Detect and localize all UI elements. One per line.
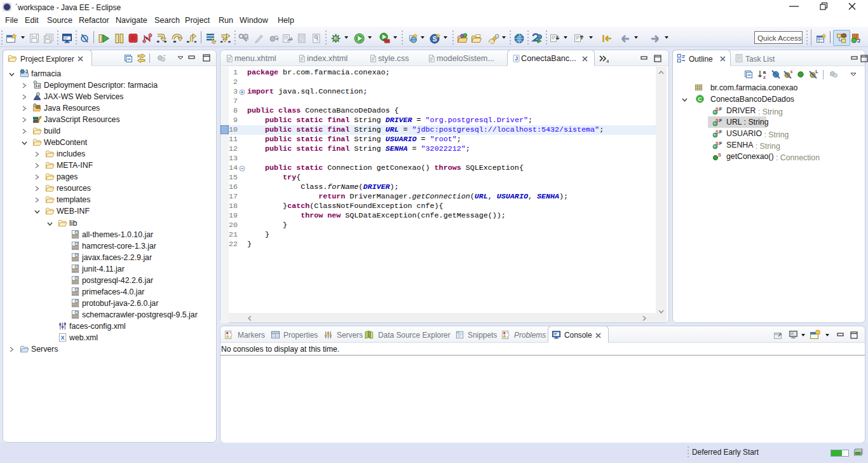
svg-text:z: z bbox=[763, 74, 766, 79]
svg-text:J: J bbox=[857, 38, 860, 44]
svg-text:L: L bbox=[815, 69, 818, 74]
svg-text:S: S bbox=[433, 36, 437, 43]
svg-text:4: 4 bbox=[606, 59, 609, 64]
svg-text:s: s bbox=[790, 69, 793, 74]
